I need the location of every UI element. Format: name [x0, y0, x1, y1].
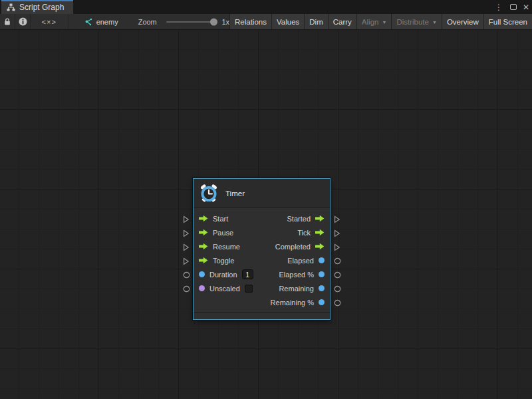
output-label: Started — [287, 215, 311, 223]
external-input-port-unscaled[interactable] — [182, 282, 190, 296]
toolbar-button-full-screen[interactable]: Full Screen — [483, 14, 532, 29]
output-label: Tick — [297, 229, 311, 237]
edit-graph-button[interactable]: <×> — [31, 14, 68, 29]
output-remaining[interactable]: Remaining — [279, 285, 325, 293]
output-started[interactable]: Started — [287, 215, 325, 223]
output-ports-column — [333, 212, 341, 310]
flow-arrow-icon — [315, 215, 325, 222]
external-output-port-elapsed[interactable] — [333, 254, 341, 268]
input-duration[interactable]: Duration — [199, 269, 253, 279]
value-port-circle-icon — [334, 257, 341, 265]
value-port-circle-icon — [334, 271, 341, 279]
input-ports-column — [182, 212, 190, 296]
input-unscaled[interactable]: Unscaled — [199, 285, 253, 293]
external-input-port-start[interactable] — [182, 212, 190, 226]
value-port-circle-icon — [183, 271, 190, 279]
node-footer — [194, 312, 330, 319]
node-header[interactable]: Timer — [194, 179, 330, 208]
toolbar-button-carry[interactable]: Carry — [328, 14, 356, 29]
value-dot-icon — [319, 271, 325, 277]
lock-icon — [3, 17, 11, 26]
flow-arrow-icon — [199, 257, 208, 264]
toolbar-button-dim[interactable]: Dim — [304, 14, 327, 29]
flow-port-triangle-icon — [334, 215, 340, 223]
toolbar-button-align: Align▼ — [356, 14, 392, 29]
tab-bar: Script Graph ⋮ ✕ — [0, 0, 532, 14]
toolbar-button-group: RelationsValuesDimCarryAlign▼Distribute▼… — [229, 14, 532, 29]
output-elapsed[interactable]: Elapsed % — [279, 271, 325, 279]
node-row: DurationElapsed % — [194, 267, 330, 281]
external-output-port-remaining[interactable] — [333, 282, 341, 296]
node-title: Timer — [225, 190, 245, 198]
toolbar-button-label: Full Screen — [489, 18, 527, 26]
toolbar-button-label: Values — [277, 18, 299, 26]
value-port-circle-icon — [183, 285, 190, 293]
input-start[interactable]: Start — [199, 215, 228, 223]
input-toggle[interactable]: Toggle — [199, 257, 234, 265]
timer-node-body[interactable]: Timer StartStarted PauseTick ResumeCompl… — [193, 178, 331, 320]
graph-canvas[interactable]: Timer StartStarted PauseTick ResumeCompl… — [0, 30, 532, 399]
node-row: StartStarted — [194, 211, 330, 225]
toolbar-button-label: Carry — [333, 18, 352, 26]
close-icon[interactable]: ✕ — [523, 3, 529, 11]
zoom-slider-knob[interactable] — [210, 18, 217, 25]
flow-port-triangle-icon — [183, 215, 190, 223]
toolbar-button-distribute: Distribute▼ — [391, 14, 442, 29]
graph-hierarchy-icon — [7, 3, 15, 11]
external-output-port-started[interactable] — [333, 212, 341, 226]
external-input-port-pause[interactable] — [182, 226, 190, 240]
external-input-port-toggle[interactable] — [182, 254, 190, 268]
input-label: Toggle — [213, 257, 234, 265]
zoom-slider[interactable] — [166, 21, 217, 23]
toolbar-button-label: Relations — [235, 18, 267, 26]
chevron-down-icon: ▼ — [382, 20, 386, 25]
flow-arrow-icon — [199, 229, 208, 236]
unscaled-checkbox[interactable] — [245, 285, 253, 293]
lock-button[interactable] — [0, 14, 15, 29]
graph-breadcrumb[interactable]: enemy — [84, 18, 118, 26]
output-completed[interactable]: Completed — [275, 243, 325, 251]
value-port-circle-icon — [334, 299, 341, 307]
tab-title: Script Graph — [19, 3, 64, 12]
external-output-port-completed[interactable] — [333, 240, 341, 254]
external-output-port-elapsed[interactable] — [333, 268, 341, 282]
value-dot-icon — [199, 271, 205, 277]
input-label: Resume — [213, 243, 240, 251]
active-tab-accent — [1, 0, 73, 1]
input-label: Unscaled — [209, 285, 240, 293]
input-label: Start — [213, 215, 228, 223]
output-label: Remaining — [279, 285, 314, 293]
zoom-value: 1x — [221, 18, 229, 26]
node-row: ResumeCompleted — [194, 239, 330, 253]
output-elapsed[interactable]: Elapsed — [287, 257, 325, 265]
menu-kebab-icon[interactable]: ⋮ — [493, 3, 504, 11]
info-button[interactable] — [15, 14, 29, 29]
toolbar-button-overview[interactable]: Overview — [442, 14, 483, 29]
timer-node[interactable]: Timer StartStarted PauseTick ResumeCompl… — [193, 178, 331, 320]
flow-arrow-icon — [199, 243, 208, 250]
toolbar-button-label: Align — [362, 18, 379, 26]
value-dot-icon — [319, 285, 325, 291]
value-dot-icon — [319, 257, 325, 263]
input-pause[interactable]: Pause — [199, 229, 233, 237]
info-icon — [19, 17, 27, 26]
output-remaining[interactable]: Remaining % — [271, 299, 325, 307]
flow-port-triangle-icon — [334, 243, 340, 251]
external-input-port-resume[interactable] — [182, 240, 190, 254]
node-port-rows: StartStarted PauseTick ResumeCompleted T… — [194, 208, 330, 312]
toolbar-button-relations[interactable]: Relations — [229, 14, 271, 29]
toolbar-button-label: Dim — [309, 18, 323, 26]
toolbar-button-values[interactable]: Values — [271, 14, 304, 29]
external-output-port-remaining[interactable] — [333, 296, 341, 310]
output-label: Elapsed % — [279, 271, 314, 279]
tab-script-graph[interactable]: Script Graph — [1, 0, 73, 14]
toolbar-button-label: Distribute — [396, 18, 429, 26]
node-row: PauseTick — [194, 225, 330, 239]
duration-value-field[interactable] — [242, 269, 253, 279]
maximize-icon[interactable] — [510, 4, 517, 10]
input-resume[interactable]: Resume — [199, 243, 240, 251]
zoom-label: Zoom — [138, 18, 157, 26]
output-tick[interactable]: Tick — [297, 229, 325, 237]
external-input-port-duration[interactable] — [182, 268, 190, 282]
external-output-port-tick[interactable] — [333, 226, 341, 240]
